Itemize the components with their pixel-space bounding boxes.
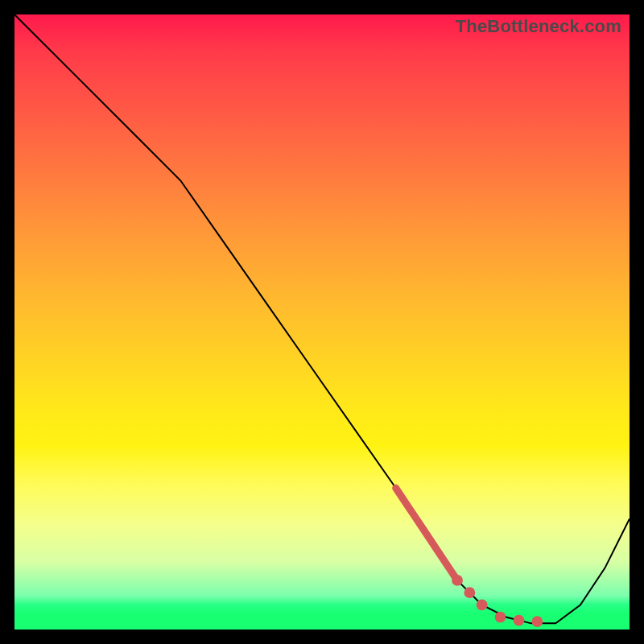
highlight-dot: [452, 575, 463, 586]
highlight-dot: [495, 612, 506, 623]
bottleneck-curve-path: [14, 14, 630, 623]
plot-area: TheBottleneck.com: [14, 14, 630, 630]
highlight-dot: [477, 600, 488, 611]
highlight-thick-segment: [396, 488, 457, 580]
highlight-dot: [532, 616, 543, 627]
highlight-dot: [464, 587, 475, 598]
highlight-dot: [514, 615, 525, 626]
chart-frame: TheBottleneck.com: [0, 0, 644, 644]
chart-overlay-svg: [14, 14, 630, 630]
highlight-dots-group: [452, 575, 543, 627]
watermark-text: TheBottleneck.com: [456, 16, 621, 37]
